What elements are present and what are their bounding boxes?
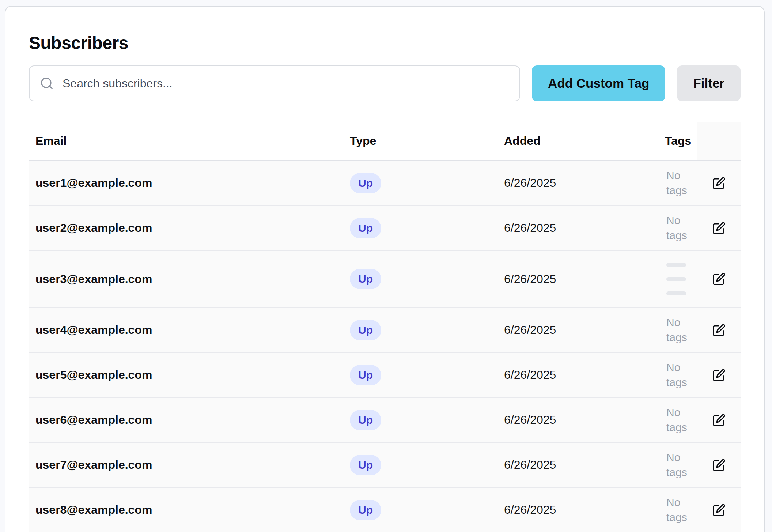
added-date: 6/26/2025 [497,487,658,532]
added-date: 6/26/2025 [497,352,658,397]
edit-icon [712,222,726,235]
edit-tags-button[interactable] [711,457,727,473]
page-title: Subscribers [29,33,741,53]
tags-empty-label: No tags [665,168,697,198]
edit-icon [712,459,726,472]
added-date: 6/26/2025 [497,397,658,442]
type-cell: Up [343,161,497,205]
type-badge: Up [350,410,381,430]
subscriber-email: user2@example.com [29,205,343,250]
add-custom-tag-button[interactable]: Add Custom Tag [532,65,665,101]
type-cell: Up [343,307,497,352]
type-cell: Up [343,442,497,487]
tags-cell: No tags [658,307,697,352]
tags-loading-skeleton [665,263,697,295]
subscribers-card: Subscribers Add Custom Tag Filter Email … [5,6,765,532]
edit-tags-button[interactable] [711,271,727,287]
edit-tags-button[interactable] [711,412,727,428]
edit-tags-button[interactable] [711,175,727,191]
table-row: user6@example.com Up 6/26/2025 No tags [29,397,741,442]
subscriber-email: user5@example.com [29,352,343,397]
tags-empty-label: No tags [665,213,697,243]
table-row: user3@example.com Up 6/26/2025 [29,250,741,307]
table-header-row: Email Type Added Tags [29,122,741,161]
type-badge: Up [350,218,381,238]
search-input[interactable] [63,77,509,90]
added-date: 6/26/2025 [497,442,658,487]
tags-cell: No tags [658,205,697,250]
actions-cell [697,205,741,250]
column-header-added: Added [497,122,658,161]
column-header-email: Email [29,122,343,161]
tags-empty-label: No tags [665,495,697,525]
edit-tags-button[interactable] [711,367,727,383]
subscriber-email: user4@example.com [29,307,343,352]
type-badge: Up [350,455,381,475]
subscriber-email: user7@example.com [29,442,343,487]
search-box[interactable] [29,65,520,101]
edit-tags-button[interactable] [711,322,727,338]
type-badge: Up [350,173,381,193]
table-row: user5@example.com Up 6/26/2025 No tags [29,352,741,397]
edit-icon [712,324,726,337]
table-row: user7@example.com Up 6/26/2025 No tags [29,442,741,487]
table-row: user8@example.com Up 6/26/2025 No tags [29,487,741,532]
type-badge: Up [350,320,381,340]
skeleton-bar [666,277,686,281]
subscribers-table-body: user1@example.com Up 6/26/2025 No tags u… [29,161,741,532]
table-header: Email Type Added Tags [29,122,741,161]
actions-cell [697,307,741,352]
tags-cell: No tags [658,161,697,205]
actions-cell [697,442,741,487]
actions-cell [697,397,741,442]
type-cell: Up [343,397,497,442]
edit-icon [712,177,726,190]
actions-cell [697,161,741,205]
toolbar: Add Custom Tag Filter [29,65,741,101]
type-badge: Up [350,269,381,289]
tags-cell: No tags [658,487,697,532]
edit-tags-button[interactable] [711,220,727,236]
subscriber-email: user1@example.com [29,161,343,205]
tags-empty-label: No tags [665,360,697,390]
type-badge: Up [350,500,381,520]
column-header-type: Type [343,122,497,161]
type-badge: Up [350,365,381,385]
added-date: 6/26/2025 [497,205,658,250]
tags-empty-label: No tags [665,315,697,345]
subscriber-email: user6@example.com [29,397,343,442]
subscriber-email: user3@example.com [29,250,343,307]
tags-empty-label: No tags [665,450,697,480]
added-date: 6/26/2025 [497,161,658,205]
actions-cell [697,352,741,397]
type-cell: Up [343,352,497,397]
table-row: user1@example.com Up 6/26/2025 No tags [29,161,741,205]
edit-tags-button[interactable] [711,502,727,518]
column-header-tags: Tags [658,122,697,161]
search-icon [40,76,54,90]
tags-cell: No tags [658,352,697,397]
added-date: 6/26/2025 [497,250,658,307]
skeleton-bar [666,291,686,295]
skeleton-bar [666,263,686,267]
type-cell: Up [343,205,497,250]
type-cell: Up [343,487,497,532]
table-row: user4@example.com Up 6/26/2025 No tags [29,307,741,352]
edit-icon [712,414,726,427]
filter-button[interactable]: Filter [677,65,741,101]
table-row: user2@example.com Up 6/26/2025 No tags [29,205,741,250]
edit-icon [712,503,726,517]
tags-empty-label: No tags [665,405,697,435]
subscribers-table: Email Type Added Tags user1@example.com … [29,122,741,532]
actions-cell [697,250,741,307]
added-date: 6/26/2025 [497,307,658,352]
tags-cell: No tags [658,397,697,442]
column-header-actions [697,122,741,161]
tags-cell: No tags [658,442,697,487]
edit-icon [712,369,726,382]
subscriber-email: user8@example.com [29,487,343,532]
type-cell: Up [343,250,497,307]
edit-icon [712,272,726,286]
tags-cell [658,250,697,307]
actions-cell [697,487,741,532]
